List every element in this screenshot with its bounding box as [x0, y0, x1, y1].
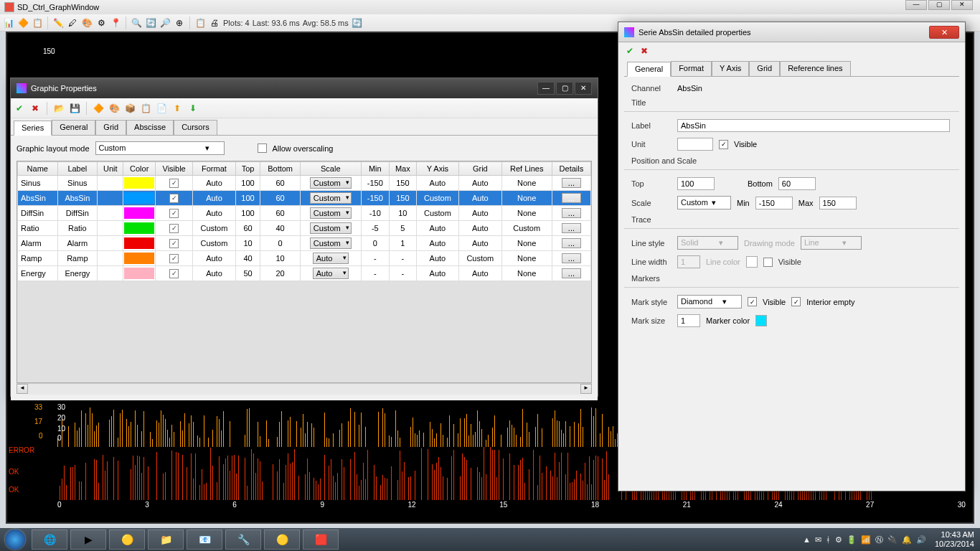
tab-general[interactable]: General [52, 120, 95, 135]
yaxis-cell[interactable]: Auto [416, 221, 458, 236]
close-button[interactable]: ✕ [951, 0, 973, 10]
scale-dropdown[interactable]: Custom [310, 237, 352, 249]
tray-icon[interactable]: ✉ [815, 535, 821, 545]
zoom-reset-icon[interactable]: 🔄 [145, 17, 156, 29]
max-input[interactable] [819, 197, 857, 209]
top-cell[interactable]: 60 [235, 221, 260, 236]
details-button[interactable]: ... [562, 178, 581, 188]
max-cell[interactable]: 150 [389, 191, 416, 206]
label-cell[interactable]: Energy [57, 266, 98, 281]
column-header[interactable]: Y Axis [416, 162, 458, 176]
scale-cell[interactable]: Custom [300, 236, 361, 251]
mark-size-input[interactable] [677, 314, 700, 327]
tray-icon[interactable]: 🔋 [847, 535, 857, 545]
bottom-cell[interactable]: 60 [260, 191, 301, 206]
checkbox-icon[interactable]: ✓ [169, 179, 179, 188]
yaxis-cell[interactable]: Auto [416, 176, 458, 191]
tool-icon[interactable]: 📦 [124, 103, 136, 114]
cancel-icon[interactable]: ✖ [29, 103, 41, 114]
column-header[interactable]: Scale [300, 162, 361, 176]
scale-dropdown[interactable]: Custom [310, 192, 352, 204]
tab-abscisse[interactable]: Abscisse [126, 120, 174, 135]
reflines-cell[interactable]: None [501, 236, 552, 251]
yaxis-cell[interactable]: Auto [416, 236, 458, 251]
tab-format[interactable]: Format [671, 61, 712, 76]
tab-grid[interactable]: Grid [95, 120, 126, 135]
bottom-cell[interactable]: 20 [260, 266, 301, 281]
format-cell[interactable]: Auto [193, 191, 235, 206]
grid-cell[interactable]: Auto [459, 191, 501, 206]
table-row[interactable]: SinusSinus✓Auto10060Custom-150150AutoAut… [18, 176, 591, 191]
zoom-in-icon[interactable]: 🔍 [131, 17, 142, 29]
top-cell[interactable]: 40 [235, 251, 260, 266]
volume-icon[interactable]: 🔊 [916, 535, 926, 545]
format-cell[interactable]: Auto [193, 176, 235, 191]
top-cell[interactable]: 10 [235, 236, 260, 251]
marker-color-swatch[interactable] [755, 315, 767, 326]
refresh-icon[interactable]: 🔄 [352, 17, 363, 29]
column-header[interactable]: Name [18, 162, 58, 176]
task-chrome[interactable]: 🟡 [109, 529, 145, 550]
bluetooth-icon[interactable]: ᚼ [826, 535, 831, 544]
scale-dropdown[interactable]: Auto [313, 253, 349, 264]
visible-cell[interactable]: ✓ [156, 191, 193, 206]
down-arrow-icon[interactable]: ⬇ [187, 103, 199, 114]
checkbox-icon[interactable]: ✓ [169, 194, 179, 203]
details-button[interactable]: ... [562, 268, 581, 278]
horizontal-scrollbar[interactable]: ◄ ► [17, 383, 592, 395]
details-cell[interactable]: ... [552, 236, 590, 251]
scroll-left-button[interactable]: ◄ [17, 384, 28, 394]
reflines-cell[interactable]: None [501, 206, 552, 221]
tray-icon[interactable]: ▲ [803, 535, 811, 544]
task-ie[interactable]: 🌐 [32, 529, 67, 550]
table-row[interactable]: RatioRatio✓Custom6040Custom-55AutoAutoCu… [18, 221, 591, 236]
name-cell[interactable]: Ramp [18, 251, 58, 266]
details-cell[interactable]: ... [552, 206, 590, 221]
details-button[interactable]: ... [562, 223, 581, 233]
details-cell[interactable]: ... [552, 251, 590, 266]
start-button[interactable] [0, 528, 30, 551]
unit-cell[interactable] [98, 221, 123, 236]
min-cell[interactable]: -150 [361, 176, 389, 191]
grid-cell[interactable]: Auto [459, 176, 501, 191]
color-cell[interactable] [123, 251, 156, 266]
max-cell[interactable]: 5 [389, 221, 416, 236]
checkbox-icon[interactable]: ✓ [169, 254, 179, 263]
column-header[interactable]: Visible [156, 162, 193, 176]
unit-cell[interactable] [98, 266, 123, 281]
grid-cell[interactable]: Auto [459, 266, 501, 281]
color-cell[interactable] [123, 206, 156, 221]
label-cell[interactable]: Sinus [57, 176, 98, 191]
column-header[interactable]: Max [389, 162, 416, 176]
label-cell[interactable]: Ratio [57, 221, 98, 236]
tool-icon[interactable]: 🎨 [108, 103, 120, 114]
format-cell[interactable]: Custom [193, 236, 235, 251]
grid-cell[interactable]: Auto [459, 236, 501, 251]
tab-grid[interactable]: Grid [749, 61, 780, 76]
save-icon[interactable]: 💾 [69, 103, 80, 114]
unit-cell[interactable] [98, 251, 123, 266]
name-cell[interactable]: AbsSin [18, 191, 58, 206]
min-cell[interactable]: - [361, 251, 389, 266]
yaxis-cell[interactable]: Custom [416, 191, 458, 206]
reflines-cell[interactable]: Custom [501, 221, 552, 236]
tray-icon[interactable]: ⚙ [835, 535, 842, 545]
up-arrow-icon[interactable]: ⬆ [171, 103, 183, 114]
bottom-cell[interactable]: 40 [260, 221, 301, 236]
scale-dropdown[interactable]: Custom [310, 222, 352, 234]
unit-cell[interactable] [98, 191, 123, 206]
scale-dropdown[interactable]: Custom [310, 177, 352, 189]
name-cell[interactable]: Energy [18, 266, 58, 281]
tray-icon[interactable]: Ⓝ [875, 534, 883, 545]
name-cell[interactable]: Alarm [18, 236, 58, 251]
unit-cell[interactable] [98, 206, 123, 221]
top-input[interactable] [677, 177, 715, 190]
cancel-icon[interactable]: ✖ [639, 45, 650, 57]
scale-select[interactable]: Custom▾ [677, 196, 731, 209]
visible-cell[interactable]: ✓ [156, 236, 193, 251]
max-cell[interactable]: 10 [389, 206, 416, 221]
scale-cell[interactable]: Auto [300, 266, 361, 281]
reflines-cell[interactable]: None [501, 266, 552, 281]
details-button[interactable]: ... [562, 208, 581, 218]
maximize-button[interactable]: ▢ [928, 0, 950, 10]
